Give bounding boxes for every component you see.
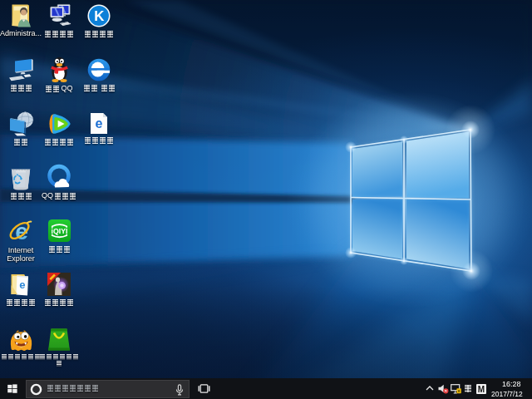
svg-text:M: M — [478, 385, 485, 394]
svg-text:e: e — [96, 116, 103, 131]
svg-text:e: e — [19, 278, 25, 291]
svg-text:iQIYI: iQIYI — [51, 227, 67, 235]
svg-text:K: K — [94, 8, 105, 24]
